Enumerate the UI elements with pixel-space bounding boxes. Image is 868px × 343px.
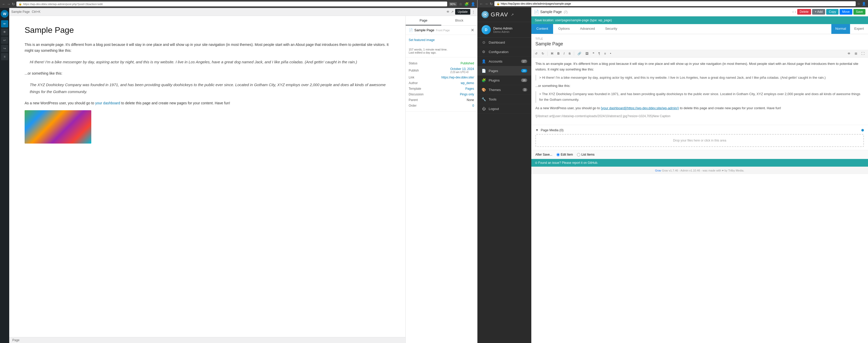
- grav-content-separator: ...or something like this:: [535, 83, 864, 89]
- grav-dashboard-link[interactable]: [your dashboard](https://wp-dev.ddev.sit…: [601, 106, 679, 110]
- wp-template-value[interactable]: Pages: [465, 87, 474, 91]
- grav-title-value[interactable]: Sample Page: [535, 41, 864, 46]
- grav-tool-italic[interactable]: I: [562, 51, 566, 56]
- grav-footer-link[interactable]: Grav: [655, 169, 661, 172]
- grav-tool-strikethrough[interactable]: S: [567, 51, 572, 56]
- wp-panel-close-btn[interactable]: ✕: [471, 28, 474, 33]
- wp-page-editor[interactable]: Sample Page This is an example page. It'…: [9, 16, 405, 343]
- grav-tool-fullscreen[interactable]: ⛶: [860, 51, 866, 56]
- grav-issue-bar[interactable]: ⊙ Found an issue? Please report it on Gi…: [531, 159, 868, 167]
- sidebar-item-tools[interactable]: 🔧 Tools: [477, 95, 531, 104]
- grav-tool-bold[interactable]: B: [556, 51, 561, 56]
- grav-tool-quote[interactable]: ❝: [591, 51, 596, 56]
- wp-parent-value[interactable]: None: [467, 98, 474, 102]
- dashboard-icon: ⊙: [482, 40, 486, 44]
- grav-tab-security[interactable]: Security: [600, 24, 622, 34]
- grav-logo-icon: [482, 11, 489, 18]
- sidebar-item-themes[interactable]: 🎨 Themes 3: [477, 85, 531, 95]
- wp-back-btn[interactable]: ←: [2, 2, 6, 6]
- page-quote1: Hi there! I'm a bike messenger by day, a…: [25, 58, 390, 65]
- grav-after-save-list[interactable]: List Items: [577, 153, 594, 156]
- grav-after-save-edit[interactable]: Edit Item: [556, 153, 573, 156]
- dashboard-link[interactable]: your dashboard: [95, 101, 120, 105]
- grav-editor-area[interactable]: Title Sample Page ↺ ↻ H B I S 🔗: [531, 34, 868, 343]
- wp-external-btn[interactable]: ↗: [451, 10, 454, 13]
- wp-panel-tabs: Page Block: [406, 16, 477, 26]
- grav-tool-heading[interactable]: H: [550, 51, 555, 56]
- grav-tool-code[interactable]: ¶: [597, 51, 601, 56]
- grav-tool-link[interactable]: 🔗: [576, 51, 583, 56]
- grav-user-name: Demo Admin: [493, 26, 527, 30]
- grav-after-save-edit-radio[interactable]: [556, 153, 560, 156]
- grav-nav-prev-btn[interactable]: ‹: [793, 9, 794, 14]
- wp-address-bar[interactable]: 🔒 https://wp-dev.ddev.site/wp-admin/post…: [17, 2, 447, 6]
- grav-tab-expert[interactable]: Expert: [850, 24, 868, 34]
- grav-editor-content[interactable]: This is an example page. It's different …: [531, 57, 868, 125]
- grav-tool-list-unordered[interactable]: •: [609, 51, 613, 56]
- page-outro: As a new WordPress user, you should go t…: [25, 100, 390, 106]
- themes-icon: 🎨: [482, 88, 486, 92]
- accounts-badge: 17: [521, 60, 527, 63]
- grav-address-bar[interactable]: 🔒 https://wp2grav-dev.ddev.site/admin/pa…: [494, 1, 856, 6]
- sidebar-item-label-dashboard: Dashboard: [489, 40, 505, 44]
- grav-drop-zone[interactable]: Drop your files here or click in this ar…: [535, 134, 864, 147]
- sidebar-item-label-themes: Themes: [489, 88, 501, 92]
- page-intro: This is an example page. It's different …: [25, 42, 390, 53]
- grav-nav-next-btn[interactable]: ›: [795, 9, 796, 14]
- wp-edit-tool[interactable]: ✏: [1, 20, 8, 27]
- wp-status-value[interactable]: Published: [461, 62, 474, 65]
- wp-dots-btn[interactable]: ⋮: [472, 10, 475, 14]
- grav-tool-undo[interactable]: ↺: [533, 51, 539, 56]
- wp-publish-value[interactable]: October 13, 2024 2:23 am UTC+0: [450, 67, 474, 73]
- grav-forward-btn[interactable]: →: [485, 2, 488, 6]
- wp-order-value[interactable]: 0: [472, 104, 474, 107]
- grav-tool-preview[interactable]: 👁: [846, 51, 852, 56]
- wp-status-section: Status Published Publish October 13, 202…: [406, 57, 477, 112]
- wp-ctrl-k-hint: Ctrl+K: [32, 10, 40, 13]
- grav-tool-image[interactable]: 🖼: [584, 51, 590, 56]
- wp-view-tool[interactable]: 👁: [1, 28, 8, 36]
- grav-copy-btn[interactable]: Copy: [826, 9, 838, 14]
- grav-delete-btn[interactable]: Delete: [797, 9, 811, 14]
- wp-preview-btn[interactable]: 👁: [446, 10, 450, 13]
- sidebar-item-dashboard[interactable]: ⊙ Dashboard: [477, 38, 531, 47]
- grav-tab-options[interactable]: Options: [553, 24, 575, 34]
- grav-tab-content[interactable]: Content: [531, 24, 553, 34]
- grav-tool-split[interactable]: ⊞: [853, 51, 859, 56]
- wp-featured-image-btn[interactable]: Set featured image: [409, 38, 435, 42]
- grav-save-btn[interactable]: Save: [854, 9, 865, 14]
- grav-tool-list-ordered[interactable]: ≡: [602, 51, 608, 56]
- wp-parent-label: Parent: [409, 98, 418, 102]
- sidebar-item-logout[interactable]: ⏻ Logout: [477, 104, 531, 114]
- grav-add-btn[interactable]: + Add: [812, 9, 825, 14]
- wp-discussion-value[interactable]: Pings only: [460, 93, 474, 96]
- grav-move-btn[interactable]: Move: [840, 9, 852, 14]
- sidebar-item-accounts[interactable]: 👤 Accounts 17: [477, 57, 531, 66]
- wp-update-btn[interactable]: Update: [455, 9, 470, 14]
- sidebar-item-pages[interactable]: 📄 Pages 29: [477, 66, 531, 75]
- grav-refresh-btn[interactable]: ↻: [490, 2, 493, 6]
- wp-forward-btn[interactable]: →: [7, 2, 10, 6]
- wp-author-value[interactable]: wp_demo: [461, 81, 474, 85]
- sidebar-item-plugins[interactable]: 🧩 Plugins 16: [477, 75, 531, 85]
- grav-back-btn[interactable]: ←: [479, 2, 483, 6]
- grav-after-save-list-radio[interactable]: [577, 153, 580, 156]
- grav-toolbar-sep2: [574, 52, 574, 56]
- sidebar-item-configuration[interactable]: ⚙ Configuration: [477, 47, 531, 57]
- wp-undo-tool[interactable]: ↩: [1, 37, 8, 44]
- wp-link-value[interactable]: https://wp-dev.ddev.site/: [441, 75, 474, 79]
- sidebar-item-label-accounts: Accounts: [489, 60, 502, 63]
- accounts-icon: 👤: [482, 59, 486, 63]
- wp-panel-page-name: Sample Page: [414, 28, 434, 32]
- wp-block-panel: Page Block 📄 Sample Page Front Page ✕: [405, 16, 477, 343]
- grav-tab-advanced[interactable]: Advanced: [575, 24, 600, 34]
- wp-menu-tool[interactable]: ≡: [1, 53, 8, 60]
- grav-after-save-label: After Save...: [535, 153, 552, 156]
- wp-tab-block[interactable]: Block: [441, 16, 477, 25]
- wp-redo-tool[interactable]: ↪: [1, 45, 8, 52]
- wp-refresh-btn[interactable]: ↻: [12, 2, 15, 6]
- grav-tool-redo[interactable]: ↻: [540, 51, 546, 56]
- wp-tab-page[interactable]: Page: [406, 16, 441, 25]
- grav-tab-normal[interactable]: Normal: [831, 24, 850, 34]
- grav-media-toggle-icon[interactable]: ▼: [535, 128, 539, 132]
